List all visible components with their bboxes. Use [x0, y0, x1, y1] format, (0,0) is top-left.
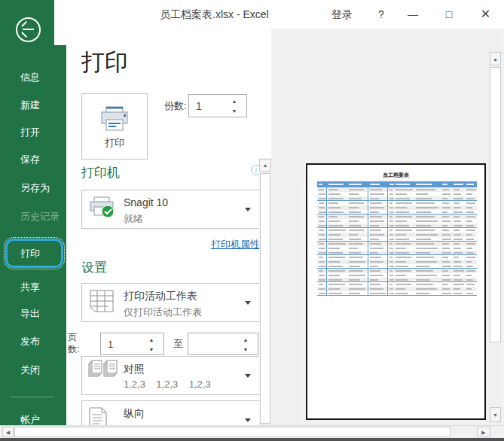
collation-subtitle: 1,2,3 1,2,3 1,2,3 [124, 379, 211, 390]
settings-section-heading: 设置 [81, 259, 107, 276]
sidebar-item-saveas[interactable]: 另存为 [0, 179, 66, 197]
printer-icon [99, 106, 130, 133]
pages-from-value: 1 [108, 339, 113, 350]
print-button-label: 打印 [82, 136, 147, 150]
horizontal-scrollbar-thumb[interactable] [14, 427, 451, 437]
preview-scrollbar[interactable]: ▲ ▼ [489, 29, 502, 425]
excel-backstage-window: 员工档案表 员工档案表.xlsx - Excel 登录 ? — □ ✕ 信息 新… [0, 0, 504, 441]
help-button[interactable]: ? [365, 0, 398, 29]
printer-selector[interactable]: Snagit 10 就绪 [81, 190, 260, 229]
sidebar-item-share[interactable]: 共享 [0, 278, 66, 297]
print-what-title: 打印活动工作表 [124, 290, 197, 303]
settings-scrollbar-thumb[interactable] [260, 173, 270, 424]
pages-to-label: 至 [173, 337, 183, 351]
titlebar: 员工档案表.xlsx - Excel 登录 ? — □ ✕ [54, 0, 504, 29]
preview-table-header [317, 181, 477, 187]
orientation-title: 纵向 [124, 407, 145, 421]
horizontal-scrollbar[interactable]: ◀ ▶ [0, 425, 504, 438]
sidebar-item-info[interactable]: 信息 [0, 68, 66, 87]
window-border [0, 438, 504, 441]
chevron-down-icon [245, 418, 251, 422]
scroll-left-icon[interactable]: ◀ [2, 427, 14, 437]
sidebar-item-history: 历史记录 [0, 208, 66, 226]
printer-section-heading: 打印机 [81, 164, 120, 181]
scroll-up-icon[interactable]: ▲ [490, 52, 501, 65]
scroll-down-icon[interactable]: ▼ [490, 407, 501, 422]
copies-value: 1 [196, 100, 202, 112]
pages-to-down-icon[interactable]: ▼ [240, 345, 251, 354]
copies-up-icon[interactable]: ▲ [229, 96, 240, 106]
sidebar-item-close-file[interactable]: 关闭 [0, 361, 66, 379]
collate-icon [88, 360, 118, 391]
pages-from-down-icon[interactable]: ▼ [146, 345, 157, 354]
preview-scrollbar-thumb[interactable] [490, 67, 501, 342]
scroll-right-icon[interactable]: ▶ [477, 427, 490, 437]
pages-from-stepper[interactable]: 1 ▲ ▼ [100, 333, 164, 355]
sidebar-item-export[interactable]: 导出 [0, 305, 66, 323]
back-arrow-icon [23, 29, 34, 30]
pages-to-up-icon[interactable]: ▲ [240, 335, 251, 345]
sidebar-divider [11, 397, 54, 397]
chevron-down-icon [245, 374, 251, 378]
sidebar-item-account[interactable]: 帐户 [0, 411, 66, 425]
close-button[interactable]: ✕ [467, 0, 504, 29]
preview-margin-line [298, 184, 298, 421]
print-what-selector[interactable]: 打印活动工作表 仅打印活动工作表 [81, 283, 260, 322]
chevron-down-icon [245, 208, 251, 211]
chevron-down-icon [245, 301, 251, 305]
printer-ready-icon [88, 196, 117, 223]
preview-page: 员工档案表 [306, 163, 486, 420]
printer-name: Snagit 10 [124, 196, 168, 208]
copies-label: 份数: [164, 99, 187, 113]
sidebar-item-print[interactable]: 打印 [0, 245, 66, 263]
page-title: 打印 [81, 47, 128, 78]
print-button[interactable]: 打印 [81, 93, 148, 160]
backstage-sidebar: 信息 新建 打开 保存 另存为 历史记录 打印 共享 导出 发布 关闭 帐户 [0, 0, 66, 425]
pages-from-up-icon[interactable]: ▲ [146, 335, 157, 345]
sidebar-item-new[interactable]: 新建 [0, 96, 66, 114]
settings-scrollbar[interactable]: ▲ [259, 158, 271, 425]
printer-properties-link[interactable]: 打印机属性 [211, 238, 260, 251]
sidebar-item-open[interactable]: 打开 [0, 123, 66, 141]
copies-down-icon[interactable]: ▼ [229, 106, 240, 116]
print-preview-pane: 员工档案表 [271, 29, 504, 425]
preview-table [317, 181, 477, 296]
sidebar-item-publish[interactable]: 发布 [0, 333, 66, 351]
print-what-subtitle: 仅打印活动工作表 [124, 306, 202, 319]
worksheet-icon [88, 290, 115, 315]
sign-in-button[interactable]: 登录 [319, 0, 365, 29]
printer-status: 就绪 [124, 212, 143, 226]
window-title: 员工档案表.xlsx - Excel [160, 8, 269, 22]
sidebar-item-save[interactable]: 保存 [0, 151, 66, 169]
maximize-button[interactable]: □ [431, 0, 467, 29]
scroll-up-icon[interactable]: ▲ [259, 159, 271, 172]
collation-title: 对照 [124, 363, 145, 376]
pages-to-stepper[interactable]: ▲ ▼ [188, 333, 258, 355]
pages-label: 页数: [68, 331, 84, 355]
minimize-button[interactable]: — [395, 0, 431, 29]
collation-selector[interactable]: 对照 1,2,3 1,2,3 1,2,3 [81, 356, 260, 395]
copies-stepper[interactable]: 1 ▲ ▼ [188, 94, 247, 117]
preview-page-title: 员工档案表 [307, 172, 484, 179]
back-button[interactable] [16, 17, 41, 42]
preview-table-row [317, 291, 477, 296]
